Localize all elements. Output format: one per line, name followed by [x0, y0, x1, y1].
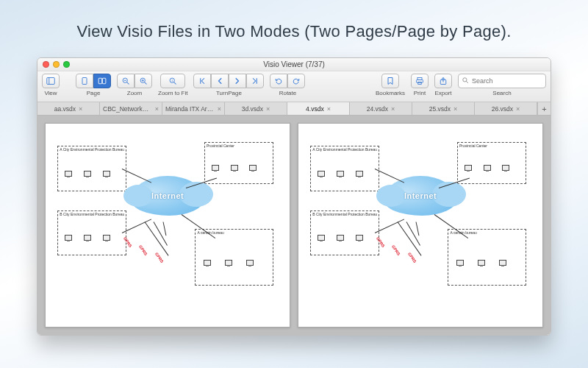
device-icon: [204, 260, 211, 266]
cloud-label: Internet: [404, 191, 437, 200]
toolbar-label-page: Page: [87, 90, 101, 96]
device-icon: [465, 165, 472, 171]
network-diagram: A City Environmental Protection BureauB …: [53, 131, 282, 319]
svg-rect-2: [82, 78, 87, 85]
svg-line-6: [127, 82, 129, 85]
app-window: Visio Viewer (7/37) View: [37, 57, 551, 336]
svg-line-13: [174, 82, 176, 85]
tab-label: 26.vsdx: [492, 105, 513, 113]
diagram-box-label: B City Environmental Protection Bureau: [60, 212, 124, 216]
tab-close-button[interactable]: ×: [79, 105, 82, 113]
device-icon: [231, 165, 238, 171]
cloud-node: Internet: [131, 176, 204, 216]
content-area: A City Environmental Protection BureauB …: [37, 116, 551, 335]
zoom-in-button[interactable]: [135, 74, 152, 88]
link-label: GPRS: [391, 244, 401, 256]
bookmark-icon: [386, 77, 395, 85]
zoom-out-icon: [121, 77, 130, 85]
toolbar-label-bookmarks: Bookmarks: [376, 90, 405, 96]
device-icon: [84, 171, 91, 177]
bookmarks-button[interactable]: [381, 74, 399, 88]
document-tab[interactable]: 3d.vsdx×: [225, 102, 287, 115]
diagram-box-label: Provincial Center: [207, 144, 234, 148]
rotate-right-button[interactable]: [287, 74, 305, 88]
add-tab-button[interactable]: +: [537, 102, 551, 115]
device-icon: [103, 235, 110, 241]
toolbar-label-rotate: Rotate: [279, 90, 297, 96]
tab-close-button[interactable]: ×: [218, 105, 221, 113]
tab-close-button[interactable]: ×: [516, 105, 520, 113]
two-page-icon: [98, 77, 107, 85]
document-tab[interactable]: 26.vsdx×: [475, 102, 537, 115]
document-tab[interactable]: 24.vsdx×: [350, 102, 412, 115]
diagram-box: A certain bureau: [195, 229, 273, 286]
tab-close-button[interactable]: ×: [453, 105, 457, 113]
search-input[interactable]: [472, 77, 542, 85]
tab-label: 3d.vsdx: [242, 105, 263, 113]
sidebar-toggle-button[interactable]: [42, 74, 60, 88]
zoom-out-button[interactable]: [117, 74, 135, 88]
document-tab[interactable]: CBC_Network_Infr…×: [100, 102, 162, 115]
document-tab[interactable]: 4.vsdx×: [287, 102, 350, 115]
close-window-button[interactable]: [43, 61, 49, 68]
device-icon: [318, 171, 325, 177]
prev-page-button[interactable]: [211, 74, 229, 88]
print-button[interactable]: [411, 74, 429, 88]
device-icon: [337, 171, 344, 177]
toolbar: View Page: [37, 71, 551, 102]
page-headline: View Visio Files in Two Modes (Two Pages…: [0, 22, 588, 41]
diagram-box-label: A City Environmental Protection Bureau: [60, 147, 124, 152]
last-page-icon: [251, 77, 259, 85]
tab-close-button[interactable]: ×: [155, 105, 159, 113]
toolbar-label-turn-page: TurnPage: [216, 90, 242, 96]
diagram-box: A City Environmental Protection Bureau: [310, 146, 379, 191]
export-button[interactable]: [434, 74, 452, 88]
toolbar-label-view: View: [44, 90, 57, 96]
svg-text:1: 1: [171, 79, 173, 82]
next-page-icon: [233, 77, 242, 85]
connection-line: [162, 222, 166, 236]
traffic-lights: [43, 61, 70, 68]
device-icon: [249, 165, 257, 171]
sidebar-icon: [46, 77, 55, 85]
tab-label: 24.vsdx: [367, 105, 388, 113]
tab-close-button[interactable]: ×: [266, 105, 270, 113]
svg-line-9: [145, 82, 147, 85]
tab-close-button[interactable]: ×: [327, 105, 331, 113]
device-icon: [212, 165, 219, 171]
device-icon: [337, 235, 344, 241]
two-page-button[interactable]: [93, 74, 111, 88]
svg-rect-3: [98, 78, 102, 84]
first-page-button[interactable]: [193, 74, 211, 88]
device-icon: [502, 165, 509, 171]
window-titlebar: Visio Viewer (7/37): [37, 58, 551, 71]
zoom-to-fit-button[interactable]: 1: [160, 74, 185, 88]
fullscreen-window-button[interactable]: [63, 61, 70, 68]
diagram-box: B City Environmental Protection Bureau: [57, 210, 126, 255]
device-icon: [103, 171, 110, 177]
toolbar-label-zoom: Zoom: [127, 90, 142, 96]
diagram-box-label: B City Environmental Protection Bureau: [312, 212, 377, 216]
minimize-window-button[interactable]: [53, 61, 60, 68]
link-label: GPRS: [407, 252, 417, 263]
document-tab[interactable]: 25.vsdx×: [412, 102, 475, 115]
single-page-button[interactable]: [76, 74, 93, 88]
last-page-button[interactable]: [246, 74, 264, 88]
tab-close-button[interactable]: ×: [391, 105, 395, 113]
device-icon: [499, 260, 506, 266]
cloud-label: Internet: [151, 191, 184, 200]
tab-label: Miranda ITX Archi…: [165, 105, 215, 113]
rotate-left-button[interactable]: [270, 74, 287, 88]
next-page-button[interactable]: [229, 74, 246, 88]
document-tab[interactable]: aa.vsdx×: [37, 102, 100, 115]
link-label: GPRS: [154, 252, 165, 263]
first-page-icon: [198, 77, 207, 85]
svg-rect-15: [417, 78, 422, 80]
page-left: A City Environmental Protection BureauB …: [45, 123, 290, 328]
document-tab[interactable]: Miranda ITX Archi…×: [162, 102, 225, 115]
search-field[interactable]: [458, 74, 546, 88]
device-icon: [246, 260, 254, 266]
device-icon: [356, 235, 363, 241]
window-title: Visio Viewer (7/37): [37, 60, 551, 68]
rotate-left-icon: [274, 77, 283, 85]
